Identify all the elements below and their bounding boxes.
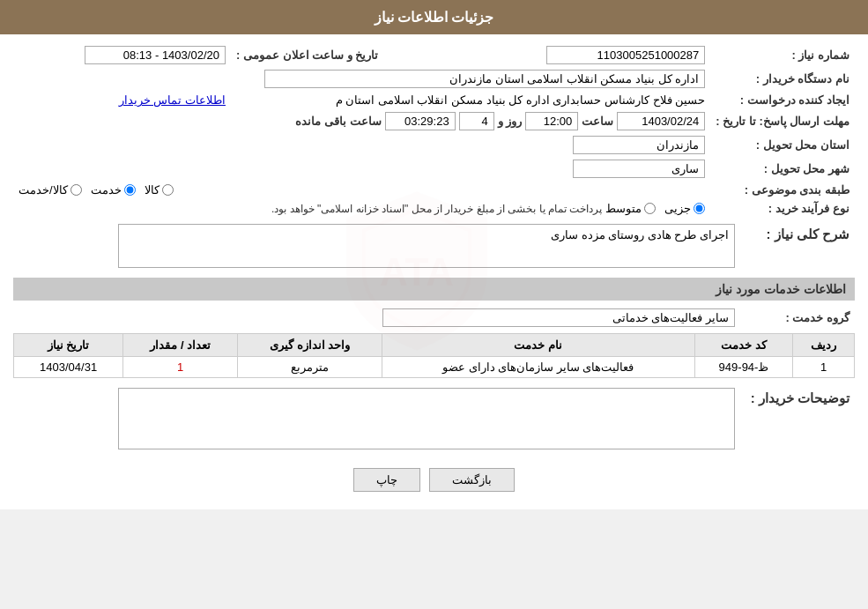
- cell-nam: فعالیت‌های سایر سازمان‌های دارای عضو: [382, 357, 694, 378]
- mohlat-date-row: 1403/02/24 ساعت 12:00 روز و 4 03:29:23 س…: [19, 112, 705, 130]
- radio-kala-label: کالا: [145, 183, 160, 197]
- sharh-table: شرح کلی نیاز : اجرای طرح هادی روستای مزد…: [13, 221, 855, 271]
- groheKhadamat-label: گروه خدمت :: [740, 306, 855, 330]
- ijadKonande-text: حسین فلاح کارشناس حسابداری اداره کل بنیا…: [336, 93, 706, 107]
- noeFarayand-note: پرداخت تمام یا بخشی از مبلغ خریدار از مح…: [271, 203, 602, 215]
- radio-jozi-label: جزیی: [664, 202, 691, 215]
- namDastgah-box: اداره کل بنیاد مسکن انقلاب اسلامی استان …: [264, 70, 705, 88]
- radio-motaset: متوسط: [605, 202, 656, 215]
- tozihat-table: توضیحات خریدار :: [13, 385, 855, 455]
- ostan-label: استان محل تحویل :: [710, 133, 855, 157]
- mohlat-roz-box: 4: [459, 112, 494, 130]
- radio-kala: کالا: [145, 183, 174, 197]
- main-content: ATA شماره نیاز : 1103005251000287 تاریخ …: [0, 34, 868, 509]
- page-wrapper: جزئیات اطلاعات نیاز ATA شماره نیاز : 110…: [0, 0, 868, 509]
- back-button[interactable]: بازگشت: [429, 468, 515, 492]
- etelaatTamas-value: اطلاعات تماس خریدار: [13, 91, 231, 109]
- tabaqe-label: طبقه بندی موضوعی :: [710, 181, 855, 199]
- tozihat-value: [13, 385, 740, 455]
- radio-khadamat: خدمت: [91, 183, 136, 197]
- ostan-value: مازندران: [13, 133, 710, 157]
- noeFarayand-label: نوع فرآیند خرید :: [710, 199, 855, 218]
- ijadKonande-value: حسین فلاح کارشناس حسابداری اداره کل بنیا…: [231, 91, 710, 109]
- mohlat-row: 1403/02/24 ساعت 12:00 روز و 4 03:29:23 س…: [13, 109, 710, 133]
- noeFarayand-row: متوسط جزیی پرداخت تمام یا بخشی از مبلغ خ…: [13, 199, 710, 218]
- grohe-table: گروه خدمت : سایر فعالیت‌های خدماتی: [13, 306, 855, 330]
- mohlat-saat-box: 12:00: [525, 112, 578, 130]
- sharhKoli-value: اجرای طرح هادی روستای مزده ساری: [13, 221, 740, 271]
- tabaqe-radio-group: کالا/خدمت خدمت کالا: [19, 183, 705, 197]
- cell-tarikh: 1403/04/31: [14, 357, 123, 378]
- radio-kala-khadamat-label: کالا/خدمت: [19, 183, 68, 197]
- shahr-box: ساری: [573, 160, 705, 178]
- radio-motaset-input[interactable]: [644, 203, 656, 214]
- groheKhadamat-box: سایر فعالیت‌های خدماتی: [382, 308, 735, 327]
- tozihat-label: توضیحات خریدار :: [740, 385, 855, 455]
- shahr-value: ساری: [13, 157, 710, 181]
- namDastgah-label: نام دستگاه خریدار :: [710, 67, 855, 91]
- mohlat-label: مهلت ارسال پاسخ: تا تاریخ :: [710, 109, 855, 133]
- cell-kod: ظ-94-949: [694, 357, 793, 378]
- radio-motaset-label: متوسط: [605, 202, 642, 215]
- sharhKoli-label: شرح کلی نیاز :: [740, 221, 855, 271]
- ostan-box: مازندران: [573, 136, 705, 154]
- col-nam: نام خدمت: [382, 334, 694, 357]
- radio-kala-khadamat: کالا/خدمت: [19, 183, 82, 197]
- tozihat-textarea[interactable]: [118, 388, 735, 449]
- sharhKoli-text: اجرای طرح هادی روستای مزده ساری: [551, 228, 729, 241]
- shomareNiaz-value: 1103005251000287: [383, 43, 710, 67]
- col-radif: ردیف: [793, 334, 855, 357]
- namDastgah-value: اداره کل بنیاد مسکن انقلاب اسلامی استان …: [13, 67, 710, 91]
- tarikh-value: 1403/02/20 - 08:13: [13, 43, 231, 67]
- shomareNiaz-box: 1103005251000287: [546, 46, 705, 64]
- section-services-title: اطلاعات خدمات مورد نیاز: [13, 278, 855, 301]
- tarikh-label: تاریخ و ساعت اعلان عمومی :: [231, 43, 383, 67]
- page-header: جزئیات اطلاعات نیاز: [0, 0, 868, 34]
- shahr-label: شهر محل تحویل :: [710, 157, 855, 181]
- groheKhadamat-value: سایر فعالیت‌های خدماتی: [13, 306, 740, 330]
- radio-kala-input[interactable]: [162, 184, 174, 196]
- mohlat-date-box: 1403/02/24: [617, 112, 705, 130]
- sharhKoli-box: اجرای طرح هادی روستای مزده ساری: [118, 224, 735, 268]
- radio-jozi: جزیی: [664, 202, 705, 215]
- tabaqe-radios: کالا/خدمت خدمت کالا: [13, 181, 710, 199]
- radio-jozi-input[interactable]: [694, 203, 705, 214]
- mohlat-roz-label: روز و: [498, 115, 523, 128]
- shomareNiaz-label: شماره نیاز :: [710, 43, 855, 67]
- col-tarikh: تاریخ نیاز: [14, 334, 123, 357]
- page-title: جزئیات اطلاعات نیاز: [375, 10, 494, 25]
- mohlat-mande-label: ساعت باقی مانده: [295, 115, 381, 128]
- cell-tedad: 1: [123, 357, 238, 378]
- print-button[interactable]: چاپ: [353, 468, 420, 492]
- button-row: بازگشت چاپ: [13, 468, 855, 492]
- ijadKonande-label: ایجاد کننده درخواست :: [710, 91, 855, 109]
- cell-vahed: مترمربع: [238, 357, 382, 378]
- radio-khadamat-label: خدمت: [91, 183, 122, 197]
- services-grid: ردیف کد خدمت نام خدمت واحد اندازه گیری ت…: [13, 333, 855, 378]
- col-vahed: واحد اندازه گیری: [238, 334, 382, 357]
- table-row: 1 ظ-94-949 فعالیت‌های سایر سازمان‌های دا…: [14, 357, 855, 378]
- mohlat-mande-box: 03:29:23: [385, 112, 456, 130]
- etelaatTamas-link[interactable]: اطلاعات تماس خریدار: [119, 93, 226, 107]
- mohlat-saat-label: ساعت: [582, 115, 613, 128]
- noeFarayand-flex: متوسط جزیی پرداخت تمام یا بخشی از مبلغ خ…: [19, 202, 705, 215]
- col-kod: کد خدمت: [694, 334, 793, 357]
- basic-info-table: شماره نیاز : 1103005251000287 تاریخ و سا…: [13, 43, 855, 218]
- col-tedad: تعداد / مقدار: [123, 334, 238, 357]
- radio-kala-khadamat-input[interactable]: [70, 184, 82, 196]
- tarikh-box: 1403/02/20 - 08:13: [85, 46, 226, 64]
- cell-radif: 1: [793, 357, 855, 378]
- noeFarayand-radio-group: متوسط جزیی: [605, 202, 705, 215]
- radio-khadamat-input[interactable]: [124, 184, 136, 196]
